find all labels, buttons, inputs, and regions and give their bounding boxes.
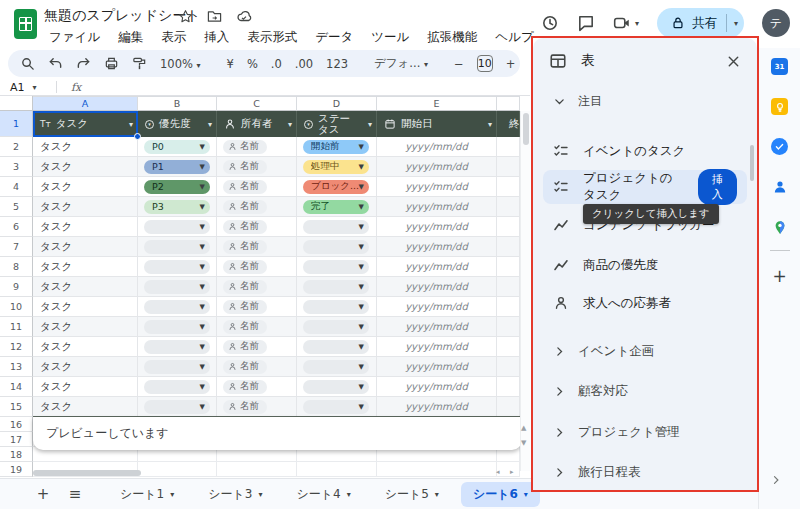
empty-cell[interactable]	[497, 462, 520, 476]
status-cell[interactable]: ブロック...▼	[297, 177, 377, 196]
priority-cell[interactable]: ▼	[138, 277, 217, 296]
owner-cell[interactable]: 名前	[217, 157, 297, 176]
end-date-cell[interactable]	[497, 377, 520, 396]
end-date-cell[interactable]	[497, 177, 520, 196]
dropdown-icon[interactable]: ▼	[359, 243, 364, 251]
start-date-cell[interactable]: yyyy/mm/dd	[377, 237, 497, 256]
row-header[interactable]: 10	[0, 297, 33, 317]
collapse-panel-icon[interactable]	[770, 474, 782, 486]
font-select[interactable]: デフォ... ▾	[374, 56, 428, 71]
horizontal-scrollbar-thumb[interactable]	[33, 470, 141, 476]
owner-cell[interactable]: 名前	[217, 217, 297, 236]
start-date-cell[interactable]: yyyy/mm/dd	[377, 137, 497, 156]
dropdown-icon[interactable]: ▼	[200, 323, 205, 331]
status-cell[interactable]: ▼	[297, 337, 377, 356]
cloud-status-icon[interactable]	[236, 8, 252, 24]
end-date-cell[interactable]	[497, 357, 520, 376]
owner-cell[interactable]: 名前	[217, 337, 297, 356]
table-header-cell[interactable]: Tᴛタスク▾	[33, 111, 138, 137]
menu-表示形式[interactable]: 表示形式	[240, 27, 304, 48]
menu-編集[interactable]: 編集	[111, 27, 150, 48]
end-date-cell[interactable]	[497, 317, 520, 336]
owner-cell[interactable]: 名前	[217, 257, 297, 276]
column-header[interactable]: D	[297, 96, 377, 111]
dropdown-icon[interactable]: ▼	[200, 203, 205, 211]
row-header[interactable]: 13	[0, 357, 33, 377]
vertical-scrollbar[interactable]	[520, 111, 530, 471]
end-date-cell[interactable]	[497, 297, 520, 316]
task-cell[interactable]: タスク	[33, 197, 138, 216]
table-header-cell[interactable]: ▾ステータス▾	[297, 111, 377, 137]
dropdown-icon[interactable]: ▼	[359, 323, 364, 331]
dropdown-icon[interactable]: ▼	[200, 163, 205, 171]
sheets-logo-icon[interactable]	[14, 9, 37, 39]
add-addon-icon[interactable]: +	[772, 266, 786, 286]
start-date-cell[interactable]: yyyy/mm/dd	[377, 337, 497, 356]
sheet-tab-シート5[interactable]: シート5▾	[373, 482, 451, 507]
status-cell[interactable]: ▼	[297, 357, 377, 376]
template-item-product-priority[interactable]: 商品の優先度	[543, 250, 747, 280]
row-header[interactable]: 19	[0, 462, 33, 477]
table-header-cell[interactable]: ▾優先度▾	[138, 111, 217, 137]
search-icon[interactable]	[20, 56, 35, 71]
task-cell[interactable]: タスク	[33, 257, 138, 276]
row-header[interactable]: 2	[0, 137, 33, 157]
task-cell[interactable]: タスク	[33, 237, 138, 256]
column-header[interactable]: B	[138, 96, 217, 111]
status-cell[interactable]: 処理中▼	[297, 157, 377, 176]
priority-cell[interactable]: P0▼	[138, 137, 217, 156]
account-avatar[interactable]: テ	[762, 9, 790, 37]
row-header[interactable]: 18	[0, 447, 33, 462]
task-cell[interactable]: タスク	[33, 397, 138, 416]
dropdown-icon[interactable]: ▼	[359, 263, 364, 271]
print-icon[interactable]	[104, 56, 119, 71]
row-header[interactable]: 7	[0, 237, 33, 257]
row-header[interactable]: 17	[0, 432, 33, 447]
start-date-cell[interactable]: yyyy/mm/dd	[377, 157, 497, 176]
owner-cell[interactable]: 名前	[217, 177, 297, 196]
decrease-decimal-button[interactable]: .0	[271, 57, 282, 71]
column-header[interactable]: C	[217, 96, 297, 111]
scroll-right-icon[interactable]: ▸	[510, 468, 514, 476]
task-cell[interactable]: タスク	[33, 277, 138, 296]
contacts-app-icon[interactable]	[771, 178, 788, 195]
scroll-down-icon[interactable]: ▼	[521, 439, 526, 447]
dropdown-icon[interactable]: ▼	[200, 303, 205, 311]
section-顧客対応[interactable]: 顧客対応	[543, 378, 747, 404]
dropdown-icon[interactable]: ▼	[200, 343, 205, 351]
status-cell[interactable]: ▼	[297, 377, 377, 396]
priority-cell[interactable]: P1▼	[138, 157, 217, 176]
redo-icon[interactable]	[76, 56, 91, 71]
tab-menu-icon[interactable]: ▾	[258, 490, 262, 499]
priority-cell[interactable]: ▼	[138, 337, 217, 356]
star-icon[interactable]	[178, 9, 193, 24]
section-旅行日程表[interactable]: 旅行日程表	[543, 459, 747, 485]
increase-decimal-button[interactable]: .00	[295, 57, 313, 71]
tab-menu-icon[interactable]: ▾	[170, 490, 174, 499]
paint-format-icon[interactable]	[132, 56, 147, 71]
dropdown-icon[interactable]: ▼	[359, 403, 364, 411]
owner-cell[interactable]: 名前	[217, 137, 297, 156]
status-cell[interactable]: 開始前▼	[297, 137, 377, 156]
priority-cell[interactable]: P2▼	[138, 177, 217, 196]
start-date-cell[interactable]: yyyy/mm/dd	[377, 377, 497, 396]
row-header[interactable]: 16	[0, 417, 33, 432]
chevron-down-icon[interactable]: ▾	[288, 120, 292, 129]
more-formats-button[interactable]: 123	[326, 57, 348, 71]
insert-button[interactable]: 挿入	[698, 169, 737, 205]
row-header[interactable]: 9	[0, 277, 33, 297]
start-date-cell[interactable]: yyyy/mm/dd	[377, 297, 497, 316]
table-header-cell[interactable]: 終	[497, 111, 520, 137]
row-header[interactable]: 15	[0, 397, 33, 417]
priority-cell[interactable]: ▼	[138, 297, 217, 316]
template-item-job-applicants[interactable]: 求人への応募者	[543, 288, 747, 318]
increase-font-size-button[interactable]: +	[506, 57, 516, 71]
column-header[interactable]: A	[33, 96, 138, 111]
dropdown-icon[interactable]: ▼	[200, 223, 205, 231]
task-cell[interactable]: タスク	[33, 337, 138, 356]
owner-cell[interactable]: 名前	[217, 197, 297, 216]
status-cell[interactable]: ▼	[297, 297, 377, 316]
sheet-tab-シート1[interactable]: シート1▾	[108, 482, 186, 507]
tab-menu-icon[interactable]: ▾	[347, 490, 351, 499]
owner-cell[interactable]: 名前	[217, 277, 297, 296]
